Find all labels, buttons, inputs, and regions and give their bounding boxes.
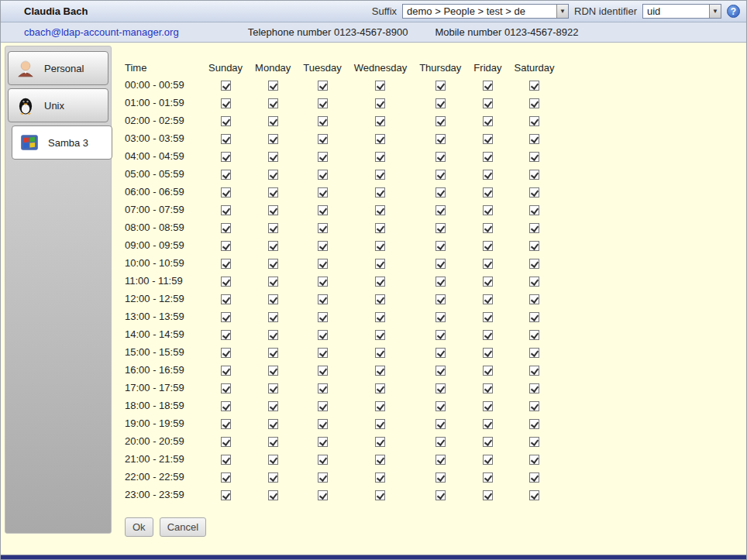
hour-checkbox[interactable] — [375, 294, 385, 304]
hour-checkbox[interactable] — [221, 401, 231, 411]
hour-checkbox[interactable] — [435, 490, 446, 500]
hour-checkbox[interactable] — [221, 170, 231, 180]
hour-checkbox[interactable] — [483, 330, 493, 340]
hour-checkbox[interactable] — [435, 277, 446, 287]
hour-checkbox[interactable] — [483, 81, 493, 91]
hour-checkbox[interactable] — [375, 241, 385, 251]
hour-checkbox[interactable] — [318, 134, 328, 144]
hour-checkbox[interactable] — [221, 241, 231, 251]
hour-checkbox[interactable] — [529, 81, 539, 91]
hour-checkbox[interactable] — [435, 187, 446, 198]
hour-checkbox[interactable] — [529, 490, 539, 500]
hour-checkbox[interactable] — [435, 330, 446, 340]
hour-checkbox[interactable] — [435, 366, 446, 376]
hour-checkbox[interactable] — [268, 98, 278, 108]
hour-checkbox[interactable] — [375, 419, 385, 429]
hour-checkbox[interactable] — [318, 401, 328, 411]
hour-checkbox[interactable] — [221, 223, 231, 233]
hour-checkbox[interactable] — [268, 312, 278, 322]
hour-checkbox[interactable] — [221, 152, 231, 162]
hour-checkbox[interactable] — [483, 472, 493, 483]
hour-checkbox[interactable] — [435, 223, 446, 233]
hour-checkbox[interactable] — [435, 401, 446, 411]
hour-checkbox[interactable] — [221, 419, 231, 429]
hour-checkbox[interactable] — [529, 419, 539, 429]
hour-checkbox[interactable] — [435, 294, 446, 304]
hour-checkbox[interactable] — [529, 116, 539, 126]
hour-checkbox[interactable] — [375, 259, 385, 269]
hour-checkbox[interactable] — [268, 277, 278, 287]
hour-checkbox[interactable] — [529, 152, 539, 162]
suffix-select[interactable]: demo > People > test > de ▼ — [402, 4, 569, 19]
hour-checkbox[interactable] — [268, 330, 278, 340]
hour-checkbox[interactable] — [318, 98, 328, 108]
hour-checkbox[interactable] — [268, 401, 278, 411]
hour-checkbox[interactable] — [375, 401, 385, 411]
hour-checkbox[interactable] — [435, 419, 446, 429]
hour-checkbox[interactable] — [268, 187, 278, 198]
hour-checkbox[interactable] — [529, 330, 539, 340]
hour-checkbox[interactable] — [483, 401, 493, 411]
hour-checkbox[interactable] — [318, 259, 328, 269]
hour-checkbox[interactable] — [375, 116, 385, 126]
hour-checkbox[interactable] — [221, 277, 231, 287]
hour-checkbox[interactable] — [221, 455, 231, 465]
hour-checkbox[interactable] — [221, 348, 231, 358]
hour-checkbox[interactable] — [435, 259, 446, 269]
hour-checkbox[interactable] — [268, 366, 278, 376]
hour-checkbox[interactable] — [483, 419, 493, 429]
hour-checkbox[interactable] — [529, 348, 539, 358]
hour-checkbox[interactable] — [318, 330, 328, 340]
cancel-button[interactable]: Cancel — [160, 517, 206, 537]
hour-checkbox[interactable] — [435, 98, 446, 108]
hour-checkbox[interactable] — [483, 98, 493, 108]
hour-checkbox[interactable] — [268, 205, 278, 215]
hour-checkbox[interactable] — [268, 116, 278, 126]
hour-checkbox[interactable] — [483, 241, 493, 251]
hour-checkbox[interactable] — [318, 472, 328, 483]
hour-checkbox[interactable] — [435, 455, 446, 465]
hour-checkbox[interactable] — [529, 223, 539, 233]
hour-checkbox[interactable] — [435, 437, 446, 447]
hour-checkbox[interactable] — [221, 259, 231, 269]
hour-checkbox[interactable] — [318, 348, 328, 358]
hour-checkbox[interactable] — [483, 490, 493, 500]
email-link[interactable]: cbach@ldap-account-manager.org — [24, 26, 179, 38]
hour-checkbox[interactable] — [375, 134, 385, 144]
hour-checkbox[interactable] — [318, 366, 328, 376]
hour-checkbox[interactable] — [318, 187, 328, 198]
hour-checkbox[interactable] — [318, 81, 328, 91]
hour-checkbox[interactable] — [375, 330, 385, 340]
hour-checkbox[interactable] — [375, 187, 385, 198]
hour-checkbox[interactable] — [221, 81, 231, 91]
hour-checkbox[interactable] — [268, 134, 278, 144]
hour-checkbox[interactable] — [483, 152, 493, 162]
hour-checkbox[interactable] — [318, 294, 328, 304]
hour-checkbox[interactable] — [318, 152, 328, 162]
hour-checkbox[interactable] — [435, 472, 446, 483]
hour-checkbox[interactable] — [221, 134, 231, 144]
hour-checkbox[interactable] — [221, 98, 231, 108]
hour-checkbox[interactable] — [375, 348, 385, 358]
hour-checkbox[interactable] — [529, 401, 539, 411]
hour-checkbox[interactable] — [268, 419, 278, 429]
hour-checkbox[interactable] — [483, 116, 493, 126]
hour-checkbox[interactable] — [268, 241, 278, 251]
hour-checkbox[interactable] — [483, 259, 493, 269]
hour-checkbox[interactable] — [268, 81, 278, 91]
sidebar-item-personal[interactable]: Personal — [8, 51, 108, 85]
hour-checkbox[interactable] — [375, 437, 385, 447]
hour-checkbox[interactable] — [375, 455, 385, 465]
hour-checkbox[interactable] — [221, 205, 231, 215]
hour-checkbox[interactable] — [375, 277, 385, 287]
hour-checkbox[interactable] — [318, 490, 328, 500]
hour-checkbox[interactable] — [483, 134, 493, 144]
hour-checkbox[interactable] — [483, 437, 493, 447]
hour-checkbox[interactable] — [221, 294, 231, 304]
hour-checkbox[interactable] — [529, 294, 539, 304]
hour-checkbox[interactable] — [375, 383, 385, 393]
hour-checkbox[interactable] — [529, 98, 539, 108]
hour-checkbox[interactable] — [483, 294, 493, 304]
hour-checkbox[interactable] — [529, 259, 539, 269]
hour-checkbox[interactable] — [435, 81, 446, 91]
